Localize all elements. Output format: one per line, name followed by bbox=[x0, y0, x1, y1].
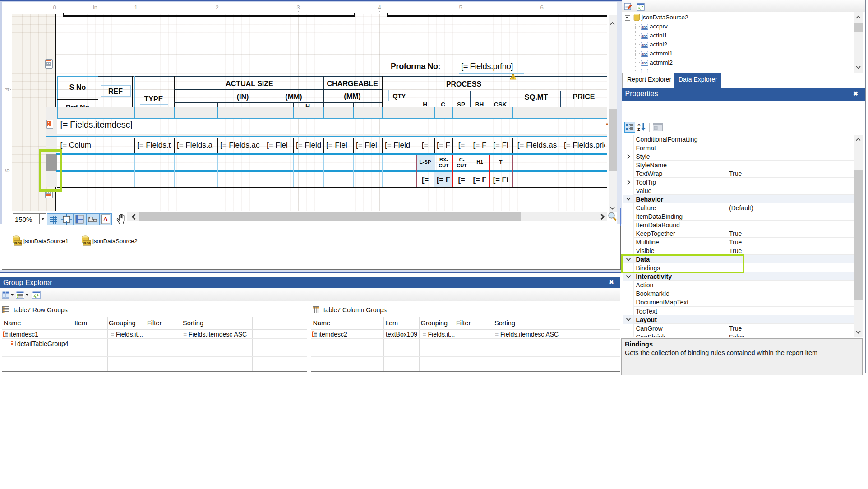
svg-text:A: A bbox=[103, 216, 108, 223]
svg-text:JSON: JSON bbox=[82, 241, 91, 245]
svg-text:abc: abc bbox=[642, 61, 648, 65]
svg-text:abc: abc bbox=[642, 34, 648, 38]
svg-text:abc: abc bbox=[642, 52, 648, 56]
svg-text:abc: abc bbox=[642, 25, 648, 29]
svg-text:JSON: JSON bbox=[13, 241, 22, 245]
svg-text:abc: abc bbox=[642, 43, 648, 47]
svg-text:Z: Z bbox=[637, 127, 640, 132]
